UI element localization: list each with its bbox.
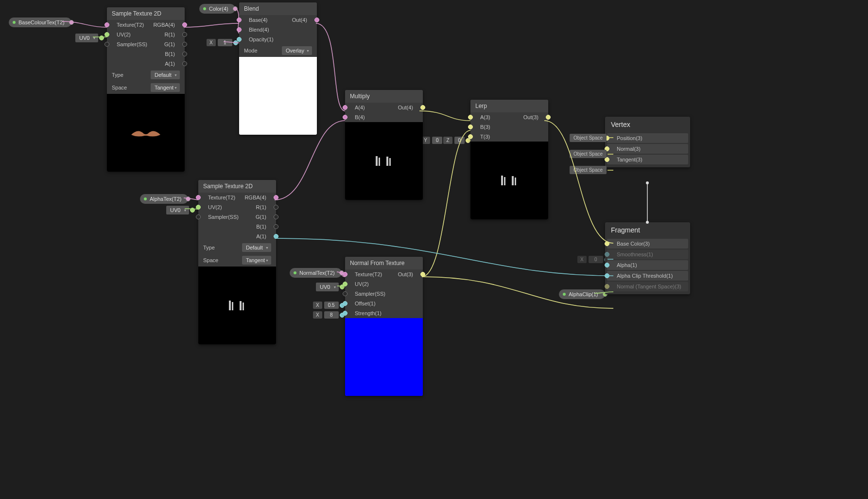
port-b[interactable] — [182, 52, 187, 56]
port-b[interactable] — [468, 125, 473, 129]
port-uv[interactable] — [196, 205, 201, 210]
node-multiply[interactable]: Multiply A(4) Out(4) B(4) — [345, 90, 423, 200]
x-value[interactable]: 8 — [324, 311, 339, 319]
port-base[interactable] — [237, 18, 242, 22]
svg-point-0 — [646, 181, 649, 184]
node-vertex-master[interactable]: Vertex Position(3) Normal(3) Tangent(3) — [605, 117, 690, 167]
node-preview — [345, 318, 423, 396]
offset-x-field[interactable]: X 0.5 — [313, 302, 345, 309]
port-sampler[interactable] — [343, 291, 347, 296]
port-out[interactable] — [314, 18, 319, 22]
property-pill-basecolortex[interactable]: BaseColourTex(T2) — [9, 18, 71, 27]
property-pill-color4[interactable]: Color(4) — [199, 4, 235, 14]
settings-label: Mode — [244, 48, 258, 53]
port-texture[interactable] — [343, 272, 347, 277]
uv-dropdown-field-2[interactable]: UV0 — [166, 206, 195, 214]
uv-dropdown-field[interactable]: UV0 — [75, 34, 104, 42]
port-b[interactable] — [343, 115, 347, 120]
port-rgba[interactable] — [182, 22, 187, 27]
port-normal-ts[interactable] — [605, 284, 609, 289]
output-label: G(1) — [239, 214, 272, 220]
port-g[interactable] — [182, 42, 187, 47]
x-value[interactable]: 1 — [218, 39, 232, 46]
port-opacity[interactable] — [237, 37, 242, 42]
uv-dropdown[interactable]: UV0 — [75, 34, 98, 42]
port-a[interactable] — [274, 234, 278, 239]
port-strength[interactable] — [343, 311, 347, 316]
port-a[interactable] — [182, 61, 187, 66]
output-label: R(1) — [237, 204, 272, 210]
opacity-x-field[interactable]: X 1 — [207, 39, 238, 46]
port-out[interactable] — [420, 272, 425, 277]
uv-dropdown-field-3[interactable]: UV0 — [316, 283, 345, 291]
port-texture[interactable] — [196, 195, 201, 200]
port-sampler[interactable] — [196, 214, 201, 219]
port-g[interactable] — [274, 214, 278, 219]
x-prefix: X — [577, 256, 587, 263]
z-value[interactable]: 0 — [454, 137, 465, 144]
port-out[interactable] — [420, 105, 425, 110]
pill-output-port[interactable] — [186, 196, 191, 201]
property-pill-alphaclip[interactable]: AlphaClip(1) — [559, 289, 605, 299]
port-a[interactable] — [468, 115, 473, 120]
port-out[interactable] — [190, 208, 195, 213]
output-label: Out(3) — [509, 114, 544, 120]
node-fragment-master[interactable]: Fragment Base Color(3) Smoothness(1) Alp… — [605, 222, 690, 294]
svg-rect-5 — [389, 158, 391, 166]
strength-x-field[interactable]: X 8 — [313, 311, 345, 319]
space-dropdown[interactable]: Tangent — [242, 256, 271, 265]
node-blend[interactable]: Blend Base(4) Out(4) Blend(4) Opacity(1)… — [239, 2, 317, 135]
output-label: A(1) — [111, 61, 181, 67]
port-blend[interactable] — [237, 27, 242, 32]
node-lerp[interactable]: Lerp A(3) Out(3) B(3) T(3) — [470, 100, 548, 219]
output-label: B(1) — [202, 224, 272, 230]
input-label: UV(2) — [111, 32, 146, 37]
node-sample-texture-2d-1[interactable]: Sample Texture 2D Texture(T2) RGBA(4) UV… — [107, 7, 185, 172]
port-rgba[interactable] — [274, 195, 278, 200]
port-basecolor[interactable] — [605, 241, 609, 246]
pill-output-port[interactable] — [69, 20, 74, 25]
port-uv[interactable] — [104, 32, 109, 37]
type-dropdown[interactable]: Default — [242, 243, 271, 252]
port-b[interactable] — [274, 224, 278, 229]
port-r[interactable] — [274, 205, 278, 210]
input-label: Blend(4) — [243, 27, 313, 33]
port-smoothness[interactable] — [605, 252, 609, 257]
x-value[interactable]: 0.5 — [324, 302, 339, 309]
port-t[interactable] — [468, 134, 473, 139]
port-alphaclipthreshold[interactable] — [605, 273, 609, 278]
port-alpha[interactable] — [605, 263, 609, 267]
node-sample-texture-2d-2[interactable]: Sample Texture 2D Texture(T2) RGBA(4) UV… — [198, 180, 276, 344]
port-a[interactable] — [343, 105, 347, 110]
output-label: Out(4) — [384, 105, 419, 110]
node-normal-from-texture[interactable]: Normal From Texture Texture(T2) Out(3) U… — [345, 257, 423, 396]
uv-dropdown[interactable]: UV0 — [316, 283, 339, 291]
node-preview — [107, 94, 185, 172]
property-pill-normaltex[interactable]: NormalTex(T2) — [290, 268, 342, 278]
property-pill-alphatex[interactable]: AlphaTex(T2) — [140, 194, 188, 204]
input-label: Normal (Tangent Space)(3) — [611, 284, 684, 289]
port-r[interactable] — [182, 32, 187, 37]
type-dropdown[interactable]: Default — [151, 71, 180, 79]
input-label: Opacity(1) — [243, 36, 313, 42]
port-sampler[interactable] — [104, 42, 109, 47]
input-label: Tangent(3) — [611, 157, 684, 162]
mode-dropdown[interactable]: Overlay — [282, 46, 312, 55]
svg-rect-10 — [229, 301, 231, 310]
output-label: B(1) — [111, 51, 181, 57]
port-uv[interactable] — [343, 282, 347, 286]
space-badge: Object Space — [570, 150, 607, 158]
space-dropdown[interactable]: Tangent — [151, 83, 180, 92]
x-value[interactable]: 0 — [589, 256, 603, 263]
input-label: Alpha(1) — [611, 262, 684, 268]
shader-graph-canvas[interactable]: BaseColourTex(T2) Color(4) AlphaTex(T2) … — [0, 0, 868, 499]
pill-output-port[interactable] — [233, 6, 238, 11]
smoothness-x-field[interactable]: X 0 — [577, 256, 609, 263]
port-out[interactable] — [99, 36, 104, 40]
port-texture[interactable] — [104, 22, 109, 27]
port-out[interactable] — [546, 115, 551, 120]
uv-dropdown[interactable]: UV0 — [166, 206, 189, 214]
port-offset[interactable] — [343, 301, 347, 306]
x-prefix: X — [207, 39, 216, 46]
y-value[interactable]: 0 — [432, 137, 443, 144]
